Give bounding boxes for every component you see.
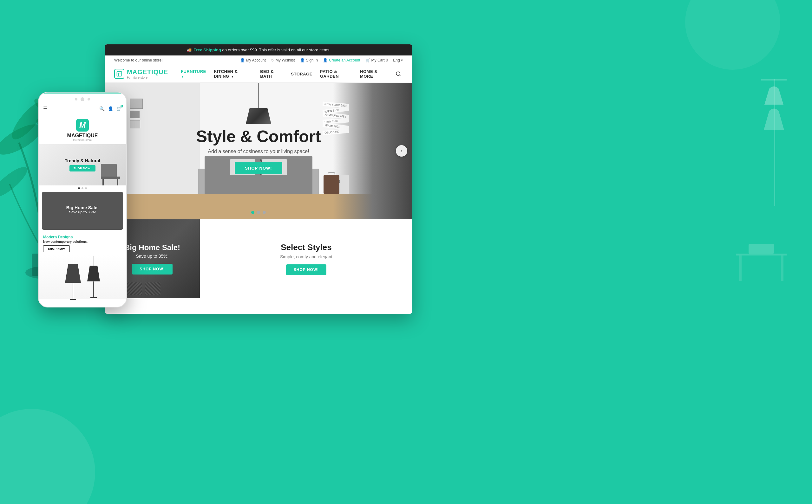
mobile-dot-1[interactable] (78, 187, 80, 189)
secondary-nav-links: 👤 My Account ♡ My Wishlist 👤 Sign In 👤 C… (240, 58, 403, 62)
mobile-nav-icons: 🔍 👤 🛒 0 (99, 106, 122, 111)
styles-section: Select Styles Simple, comfy and elegant … (200, 219, 413, 298)
signin-person-icon: 👤 (300, 58, 305, 62)
logo-name: MAGETIQUE (127, 68, 168, 76)
mobile-logo: M MAGETIQUE Furniture store (39, 115, 126, 144)
mobile-slider: Trendy & Natural SHOP NOW! (39, 144, 126, 185)
bg-decoration-1 (0, 409, 95, 504)
lamp-body (65, 264, 81, 283)
slider-dot-2[interactable] (257, 211, 260, 214)
nav-patio-garden[interactable]: PATIO & GARDEN (320, 69, 352, 79)
create-account-link[interactable]: 👤 Create an Account (323, 58, 360, 62)
mobile-logo-subtitle: Furniture store (73, 139, 92, 142)
mobile-header: ☰ 🔍 👤 🛒 0 (39, 104, 126, 115)
kitchen-chevron: ▾ (231, 75, 233, 78)
mobile-sale-banner: Big Home Sale! Save up to 35%! (42, 192, 123, 230)
signin-link[interactable]: 👤 Sign In (300, 58, 318, 62)
hero-subtitle: Add a sense of cosiness to your living s… (208, 149, 309, 154)
svg-rect-13 (749, 244, 774, 254)
nav-home-more[interactable]: HOME & MORE (360, 69, 387, 79)
mobile-cart-icon[interactable]: 🛒 0 (116, 106, 122, 111)
lamp-stand (73, 283, 73, 299)
camera-lens (81, 97, 84, 101)
slider-next-arrow[interactable]: › (396, 145, 407, 157)
main-navigation: FURNITURE ▾ KITCHEN & DINING ▾ BED & BAT… (181, 69, 387, 79)
mobile-menu-icon[interactable]: ☰ (43, 106, 48, 112)
svg-point-15 (396, 72, 400, 75)
mobile-modern-desc: New contemporary solutions. (43, 240, 122, 243)
nav-bed-bath[interactable]: BED & BATH (260, 69, 283, 79)
slider-dot-3[interactable] (263, 211, 266, 214)
mobile-logo-icon: M (76, 119, 89, 132)
styles-subtitle: Simple, comfy and elegant (280, 254, 332, 259)
lamp-wire-2 (94, 256, 94, 266)
mobile-slider-dots (39, 187, 126, 189)
svg-point-4 (0, 163, 31, 202)
add-person-icon: 👤 (323, 58, 328, 62)
svg-rect-14 (117, 72, 122, 76)
mobile-lamp-2 (87, 256, 100, 298)
nav-storage[interactable]: STORAGE (291, 72, 312, 76)
bottom-sections: Big Home Sale! Save up to 35%! SHOP NOW!… (105, 219, 413, 298)
mobile-cart-badge: 0 (120, 105, 123, 107)
person-icon: 👤 (240, 58, 245, 62)
svg-rect-8 (761, 79, 787, 81)
mobile-dot-3[interactable] (85, 187, 87, 189)
slider-dot-1[interactable] (251, 211, 254, 214)
mobile-banner-title: Big Home Sale! (66, 205, 99, 210)
my-account-link[interactable]: 👤 My Account (240, 58, 266, 62)
welcome-text: Welcome to our online store! (114, 58, 163, 62)
chevron-down-icon: ▾ (401, 58, 403, 62)
camera-dot-right (88, 98, 90, 100)
free-shipping-label: Free Shipping (193, 48, 221, 52)
logo-letter-m: M (127, 68, 133, 75)
lamp-stand-2 (93, 281, 94, 297)
svg-rect-12 (781, 255, 783, 281)
mobile-account-icon[interactable]: 👤 (108, 106, 113, 111)
lamp-body-2 (87, 266, 100, 281)
mobile-lamp (65, 255, 81, 300)
mobile-lamp-area (39, 255, 126, 299)
search-button[interactable] (394, 69, 403, 78)
mobile-shop-now-button[interactable]: SHOP NOW (43, 245, 70, 252)
furniture-chevron: ▾ (182, 75, 184, 78)
hero-content: Style & Comfort Add a sense of cosiness … (105, 83, 413, 219)
arrow-right-icon: › (401, 148, 402, 153)
slider-dots (251, 211, 266, 214)
mobile-mockup: ☰ 🔍 👤 🛒 0 M MAGETIQUE Furniture store (38, 92, 127, 307)
hero-cta-button[interactable]: SHOP NOW! (235, 162, 282, 174)
sale-subtitle: Save up to 35%! (124, 254, 180, 259)
styles-title: Select Styles (281, 242, 331, 252)
logo-text: MAGETIQUE Furniture store (127, 68, 168, 79)
styles-cta-button[interactable]: SHOP NOW! (286, 264, 326, 275)
nav-kitchen-dining[interactable]: KITCHEN & DINING ▾ (214, 69, 252, 79)
nav-furniture[interactable]: FURNITURE ▾ (181, 69, 206, 79)
logo-subtitle: Furniture store (127, 76, 168, 79)
wishlist-link[interactable]: ♡ My Wishlist (271, 58, 295, 62)
lamp-foot-2 (90, 297, 97, 298)
language-select[interactable]: Eng ▾ (393, 58, 403, 62)
svg-rect-11 (739, 255, 742, 281)
secondary-nav: Welcome to our online store! 👤 My Accoun… (105, 55, 413, 65)
mobile-search-icon[interactable]: 🔍 (99, 106, 105, 111)
primary-nav: MAGETIQUE Furniture store FURNITURE ▾ KI… (105, 65, 413, 83)
heart-icon: ♡ (271, 58, 274, 62)
mobile-modern-label: Modern Designs (43, 235, 122, 239)
announcement-bar: 🚚 Free Shipping on orders over $99. This… (105, 44, 413, 55)
mobile-dot-2[interactable] (81, 187, 83, 189)
sale-cta-button[interactable]: SHOP NOW! (132, 264, 172, 275)
svg-rect-10 (736, 254, 787, 255)
mobile-banner-subtitle: Save up to 35%! (69, 210, 96, 214)
camera-dot-left (75, 98, 77, 100)
mobile-logo-name: MAGETIQUE (67, 133, 98, 139)
mobile-slider-title: Trendy & Natural (65, 158, 100, 163)
mobile-modern-section: Modern Designs New contemporary solution… (39, 232, 126, 255)
truck-icon: 🚚 (186, 48, 192, 52)
cart-icon: 🛒 (365, 58, 370, 62)
cart-badge: 0 (386, 58, 388, 62)
cart-link[interactable]: 🛒 My Cart 0 (365, 58, 388, 62)
mobile-slider-content: Trendy & Natural SHOP NOW! (65, 158, 100, 171)
logo-icon (114, 69, 124, 79)
mobile-camera-area (39, 94, 126, 104)
mobile-slider-cta[interactable]: SHOP NOW! (69, 165, 95, 171)
